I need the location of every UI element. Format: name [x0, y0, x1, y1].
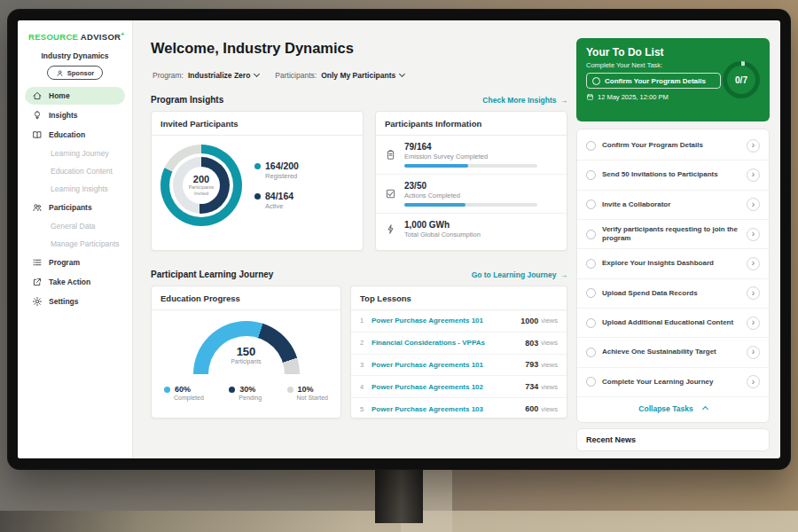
todo-progress-value: 0/7 [727, 66, 755, 94]
donut-center-label: Participants Invited [185, 184, 217, 196]
legend-dot [254, 163, 261, 169]
lesson-link[interactable]: Power Purchase Agreements 101 [372, 317, 520, 325]
task-checkbox[interactable] [586, 200, 596, 209]
person-icon [56, 69, 64, 77]
sidebar-item-settings[interactable]: Settings [25, 293, 125, 310]
education-gauge-chart: 150 Participants [193, 321, 300, 374]
invited-legend: 164/200Registered84/164Active [254, 160, 299, 210]
task-checkbox[interactable] [586, 141, 596, 151]
gauge-center-value: 150 [193, 345, 300, 358]
task-row-achieve-one-sustainability-target[interactable]: Achieve One Sustainability Target› [577, 338, 769, 367]
task-row-verify-participants-requesting-to-join-the-program[interactable]: Verify participants requesting to join t… [577, 220, 769, 249]
section-title-learning-journey: Participant Learning Journey [151, 270, 273, 279]
info-row-content: 23/50Actions Completed [404, 181, 537, 207]
task-row-confirm-your-program-details[interactable]: Confirm Your Program Details› [577, 131, 769, 160]
sidebar-item-learning-insights[interactable]: Learning Insights [25, 181, 125, 197]
calendar-icon [586, 93, 594, 101]
task-open-button[interactable]: › [747, 139, 760, 153]
legend-item: 164/200Registered [254, 160, 299, 180]
task-checkbox[interactable] [586, 259, 596, 269]
collapse-tasks-link[interactable]: Collapse Tasks [577, 397, 769, 420]
sidebar-item-program[interactable]: Program [25, 254, 125, 271]
task-row-invite-a-collaborator[interactable]: Invite a Collaborator› [577, 191, 769, 220]
sidebar-item-manage-participants[interactable]: Manage Participants [25, 236, 125, 252]
sidebar-item-home[interactable]: Home [25, 87, 125, 105]
sidebar-item-insights[interactable]: Insights [25, 106, 125, 124]
top-lessons-list: 1Power Purchase Agreements 1011000views2… [351, 310, 567, 419]
sidebar-item-label: Education [49, 130, 85, 139]
lesson-link[interactable]: Financial Considerations - VPPAs [372, 339, 525, 347]
legend-label: Active [265, 202, 299, 210]
sponsor-badge[interactable]: Sponsor [47, 66, 103, 80]
lesson-views: 734 [525, 382, 538, 391]
program-filter-dropdown[interactable]: Industrialize Zero [188, 71, 259, 80]
program-filter-label: Program: [153, 71, 184, 80]
monitor-stand [375, 466, 423, 523]
sidebar-item-label: Home [49, 91, 70, 100]
person-icon [56, 69, 64, 77]
go-to-learning-journey-link[interactable]: Go to Learning Journey→ [472, 270, 567, 279]
sidebar-item-learning-journey[interactable]: Learning Journey [25, 145, 125, 161]
lesson-rank: 1 [360, 317, 372, 325]
task-checkbox[interactable] [586, 170, 596, 180]
sidebar-item-education[interactable]: Education [25, 126, 125, 144]
task-open-button[interactable]: › [747, 317, 760, 330]
lesson-rank: 3 [360, 361, 372, 369]
main-content: Welcome, Industry Dynamics Program: Indu… [133, 20, 576, 458]
legend-item: 60%Completed [164, 385, 204, 401]
todo-title: Your To Do List [586, 46, 760, 59]
lesson-rank: 2 [360, 339, 372, 347]
sidebar-item-label: Program [49, 258, 80, 267]
task-row-explore-your-insights-dashboard[interactable]: Explore Your Insights Dashboard› [577, 249, 769, 278]
sponsor-label: Sponsor [67, 69, 94, 77]
task-open-button[interactable]: › [747, 198, 760, 211]
task-checkbox[interactable] [586, 348, 596, 357]
task-open-button[interactable]: › [747, 168, 760, 182]
task-open-button[interactable]: › [747, 257, 760, 270]
page-title: Welcome, Industry Dynamics [151, 40, 354, 57]
todo-panel: Your To Do List Complete Your Next Task:… [576, 20, 770, 458]
lesson-views: 793 [525, 360, 538, 369]
task-checkbox[interactable] [586, 377, 596, 387]
lesson-link[interactable]: Power Purchase Agreements 101 [372, 361, 525, 369]
recent-news-title: Recent News [586, 435, 636, 444]
info-row-emission-survey-completed: 79/164Emission Survey Completed [376, 136, 567, 174]
task-row-send-50-invitations-to-participants[interactable]: Send 50 Invitations to Participants› [577, 160, 769, 190]
sidebar-item-general-data[interactable]: General Data [25, 218, 125, 234]
sidebar-item-label: Learning Journey [51, 149, 109, 158]
lesson-row: 1Power Purchase Agreements 1011000views [351, 310, 567, 332]
participants-filter-label: Participants: [275, 71, 317, 80]
app-logo: RESOURCE ADVISOR+ [18, 20, 132, 42]
recent-news-card[interactable]: Recent News [576, 428, 770, 451]
task-open-button[interactable]: › [747, 228, 760, 241]
participants-icon [32, 202, 43, 213]
task-checkbox[interactable] [586, 230, 596, 239]
check-more-insights-link[interactable]: Check More Insights→ [482, 96, 567, 105]
task-row-upload-spend-data-records[interactable]: Upload Spend Data Records› [577, 279, 769, 309]
sidebar-item-take-action[interactable]: Take Action [25, 273, 125, 291]
task-row-upload-additional-educational-content[interactable]: Upload Additional Educational Content› [577, 309, 769, 338]
task-label: Upload Spend Data Records [602, 289, 740, 298]
lesson-link[interactable]: Power Purchase Agreements 103 [372, 405, 525, 413]
todo-summary-card: Your To Do List Complete Your Next Task:… [576, 38, 770, 121]
sidebar-item-label: Learning Insights [51, 184, 108, 193]
lesson-views-label: views [541, 339, 558, 347]
participants-filter-dropdown[interactable]: Only My Participants [321, 71, 404, 80]
task-open-button[interactable]: › [747, 375, 760, 388]
task-row-complete-your-learning-journey[interactable]: Complete Your Learning Journey› [577, 368, 769, 397]
task-checkbox[interactable] [586, 318, 596, 328]
next-task-box[interactable]: Confirm Your Program Details [586, 73, 721, 89]
legend-item: 30%Pending [229, 385, 262, 401]
task-open-button[interactable]: › [747, 286, 760, 300]
sidebar-item-participants[interactable]: Participants [25, 199, 125, 216]
progress-bar [404, 164, 537, 168]
task-checkbox[interactable] [586, 288, 596, 298]
progress-bar-fill [404, 203, 466, 207]
checkbox-icon[interactable] [592, 77, 600, 85]
task-label: Explore Your Insights Dashboard [602, 259, 740, 268]
task-open-button[interactable]: › [747, 346, 760, 359]
program-icon [32, 257, 43, 268]
education-progress-legend: 60%Completed30%Pending10%Not Started [152, 385, 340, 401]
sidebar-item-education-content[interactable]: Education Content [25, 163, 125, 179]
lesson-link[interactable]: Power Purchase Agreements 102 [372, 383, 525, 391]
